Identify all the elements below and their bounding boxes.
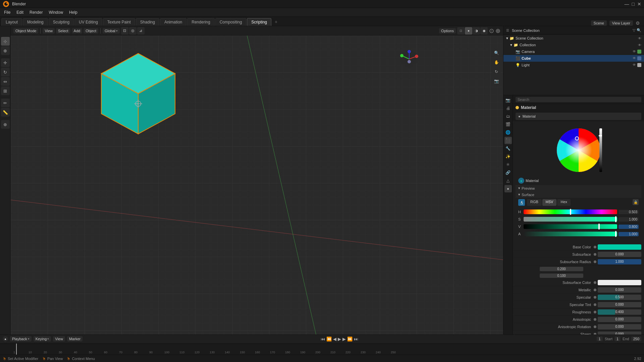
alpha-slider[interactable] [524,232,617,236]
subsurface-r2-value[interactable]: 0.200 [540,267,583,271]
anisotropic-rotation-dot[interactable] [594,325,596,328]
value-value[interactable]: 0.800 [619,225,639,229]
props-data-icon[interactable]: △ [504,177,512,184]
saturation-slider[interactable] [524,217,617,222]
step-frame-back-button[interactable]: ◀ [333,337,336,342]
viewport-gizmo[interactable] [399,49,419,69]
props-render-icon[interactable]: 📷 [504,97,512,104]
subsurface-radius-value-bar[interactable]: 1.000 [598,259,641,264]
viewport-add-menu[interactable]: Add [72,28,83,34]
zoom-in-icon[interactable]: 🔍 [492,49,500,57]
outliner-camera-visibility[interactable]: 👁 [633,50,636,54]
step-forward-button[interactable]: ⏩ [347,337,353,342]
sheen-dot[interactable] [594,333,596,335]
outliner[interactable]: ▾ 📁 Scene Collection 👁 ▾ 📁 Collection 👁 … [503,35,644,95]
outliner-visibility-icon[interactable]: 👁 [638,37,641,40]
snap-icon[interactable]: ⊡ [121,27,128,35]
tab-layout[interactable]: Layout [1,18,22,26]
anisotropic-value-bar[interactable]: 0.000 [598,317,641,322]
tool-rotate[interactable]: ↻ [1,68,10,76]
roughness-value-bar[interactable]: 0.400 [598,309,641,315]
start-frame[interactable]: 1 [614,337,621,341]
hue-value[interactable]: 0.503 [619,210,639,214]
transform-space-selector[interactable]: Global ▾ [103,28,120,34]
close-button[interactable]: ✕ [637,1,641,7]
props-constraints-icon[interactable]: 🔗 [504,169,512,176]
object-mode-selector[interactable]: Object Mode [13,28,38,34]
preview-section-header[interactable]: ▾ Preview [516,185,641,191]
viewport-select-menu[interactable]: Select [56,28,70,34]
menu-render[interactable]: Render [27,9,45,15]
jump-start-button[interactable]: ⏮ [321,337,325,342]
subsurface-value-bar[interactable]: 0.000 [598,252,641,257]
outliner-item-cube[interactable]: ⬛ Cube 👁 [503,55,644,62]
color-eyedropper-icon[interactable]: 🔬 [518,199,525,206]
subsurface-color-swatch[interactable] [598,280,641,285]
tab-shading[interactable]: Shading [136,18,159,26]
maximize-button[interactable]: □ [632,1,635,7]
viewport-view-menu[interactable]: View [43,28,55,34]
props-modifier-icon[interactable]: 🔧 [504,145,512,152]
play-button[interactable]: ▶ [338,337,341,342]
props-particles-icon[interactable]: ✨ [504,153,512,160]
tool-cursor[interactable]: ⊕ [1,46,10,55]
color-tab-hsv[interactable]: HSV [542,199,557,206]
props-physics-icon[interactable]: ⚛ [504,161,512,168]
keying-menu[interactable]: Keying ▾ [34,336,51,342]
properties-search-input[interactable] [516,97,641,102]
outliner-cube-visibility[interactable]: 👁 [633,56,636,60]
gizmo-icon[interactable]: ⊕ [495,27,500,35]
tab-sculpting[interactable]: Sculpting [49,18,74,26]
menu-file[interactable]: File [1,9,13,15]
props-view-layer-icon[interactable]: 🗂 [504,113,512,120]
alpha-value[interactable]: 1.000 [619,232,639,236]
add-workspace-button[interactable]: + [272,18,280,26]
solid-shading-button[interactable]: ● [465,27,472,35]
tool-add[interactable]: ⊕ [1,120,10,129]
specular-dot[interactable] [594,296,596,299]
saturation-value[interactable]: 1.000 [619,217,639,222]
material-preview-button[interactable]: ◑ [473,27,480,35]
specular-tint-dot[interactable] [594,303,596,306]
outliner-item-light[interactable]: 💡 Light 👁 [503,62,644,68]
camera-view-icon[interactable]: 📷 [492,77,500,85]
outliner-item-scene-collection[interactable]: ▾ 📁 Scene Collection 👁 [503,35,644,42]
viewport-object-menu[interactable]: Object [84,28,98,34]
base-color-dot[interactable] [594,246,596,248]
tool-select[interactable]: ⊹ [1,37,10,46]
tab-scripting[interactable]: Scripting [247,18,271,26]
color-lock-icon[interactable]: 🔒 [633,199,639,205]
view-layer-selector[interactable]: View Layer [609,20,633,26]
subsurface-radius-dot[interactable] [594,260,596,263]
jump-end-button[interactable]: ⏭ [354,337,358,342]
viewport-canvas[interactable]: User Perspective (1) Collection | Cube [11,36,503,335]
base-color-swatch[interactable] [598,244,641,250]
subsurface-dot[interactable] [594,253,596,256]
marker-menu[interactable]: Marker [67,336,83,342]
props-scene-icon[interactable]: 🎬 [504,121,512,128]
proportional-icon[interactable]: ◎ [129,27,137,35]
props-material-icon[interactable]: ● [504,185,512,192]
sheen-value-bar[interactable]: 0.000 [598,331,641,335]
metallic-value-bar[interactable]: 0.000 [598,287,641,293]
props-world-icon[interactable]: 🌐 [504,129,512,136]
specular-tint-value-bar[interactable]: 0.000 [598,302,641,307]
tool-measure[interactable]: 📏 [1,108,10,117]
minimize-button[interactable]: — [625,1,629,7]
orbit-icon[interactable]: ↻ [492,68,500,76]
rendered-button[interactable]: ◉ [480,27,488,35]
tool-annotate[interactable]: ✏ [1,99,10,107]
tab-compositing[interactable]: Compositing [215,18,247,26]
props-output-icon[interactable]: 🖨 [504,105,512,112]
playback-menu[interactable]: Playback ▾ [10,336,32,342]
pan-icon[interactable]: ✋ [492,58,500,66]
surface-section-header[interactable]: ▾ Surface [516,191,641,198]
timeline-ruler[interactable]: 1 10 20 30 40 50 60 70 80 90 100 110 120… [0,344,644,355]
tab-animation[interactable]: Animation [160,18,186,26]
menu-window[interactable]: Window [46,9,66,15]
view-menu[interactable]: View [53,336,65,342]
menu-edit[interactable]: Edit [14,9,26,15]
current-frame-display[interactable]: 1 [597,337,603,341]
step-frame-forward-button[interactable]: ▶ [342,337,346,342]
color-wheel[interactable] [555,127,602,174]
